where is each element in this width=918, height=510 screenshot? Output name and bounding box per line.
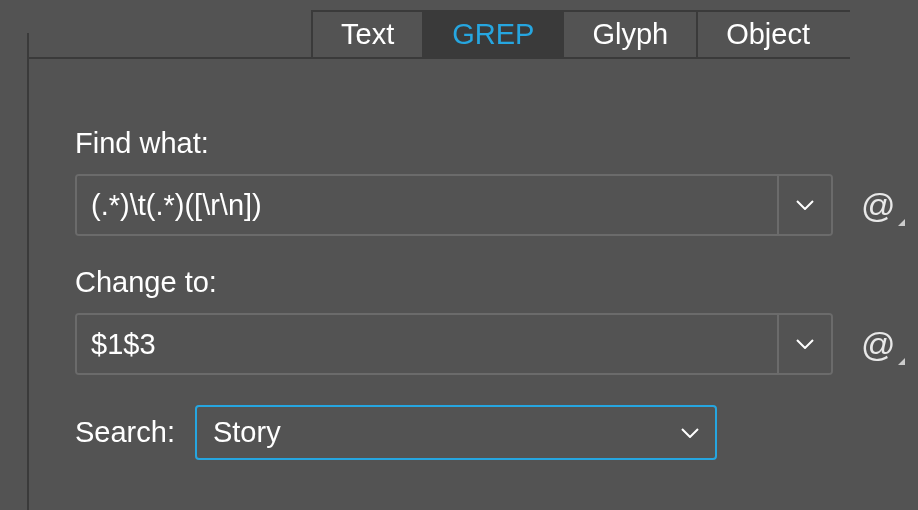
flyout-indicator-icon — [898, 219, 905, 226]
panel-border-corner — [27, 33, 29, 59]
tab-text[interactable]: Text — [313, 12, 424, 57]
change-to-input[interactable] — [77, 315, 777, 373]
search-scope-value: Story — [213, 416, 281, 449]
flyout-indicator-icon — [898, 358, 905, 365]
search-scope-select[interactable]: Story — [195, 405, 717, 460]
change-to-group: Change to: @ — [75, 266, 918, 375]
change-to-history-dropdown[interactable] — [777, 315, 831, 373]
find-what-input[interactable] — [77, 176, 777, 234]
tab-object[interactable]: Object — [698, 12, 850, 57]
find-what-label: Find what: — [75, 127, 918, 160]
chevron-down-icon — [796, 339, 814, 349]
chevron-down-icon — [796, 200, 814, 210]
at-icon: @ — [861, 186, 896, 225]
chevron-down-icon — [681, 428, 699, 438]
at-icon: @ — [861, 325, 896, 364]
find-special-char-button[interactable]: @ — [861, 186, 896, 225]
find-what-combo — [75, 174, 833, 236]
find-what-history-dropdown[interactable] — [777, 176, 831, 234]
tab-grep[interactable]: GREP — [424, 12, 564, 57]
search-scope-row: Search: Story — [75, 405, 918, 460]
find-change-panel: Find what: @ Change to: — [27, 57, 918, 510]
change-to-label: Change to: — [75, 266, 918, 299]
change-to-combo — [75, 313, 833, 375]
find-what-group: Find what: @ — [75, 127, 918, 236]
tab-bar: Text GREP Glyph Object — [311, 10, 850, 59]
search-label: Search: — [75, 416, 175, 449]
tab-glyph[interactable]: Glyph — [564, 12, 698, 57]
change-special-char-button[interactable]: @ — [861, 325, 896, 364]
